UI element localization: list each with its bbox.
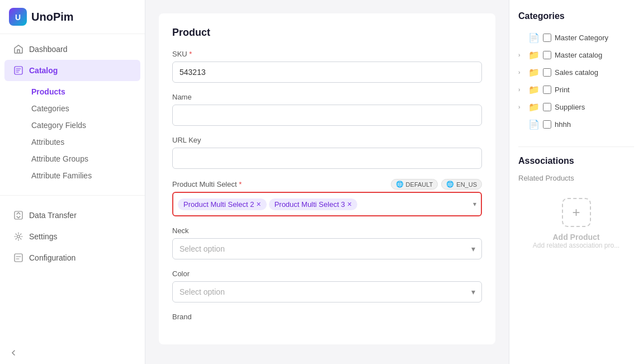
checkbox-master-category[interactable] <box>543 34 551 42</box>
sidebar-item-attribute-families[interactable]: Attribute Families <box>25 167 145 184</box>
tag-1-label: Product Multi Select 2 <box>183 200 254 209</box>
associations-title: Associations <box>518 156 634 166</box>
sidebar-item-category-fields[interactable]: Category Fields <box>25 117 145 134</box>
sub-nav-catalog: Products Categories Category Fields Attr… <box>0 81 145 186</box>
label-hhhh: hhhh <box>555 120 571 129</box>
checkbox-suppliers[interactable] <box>543 103 551 111</box>
category-item-suppliers[interactable]: › 📁 Suppliers <box>518 98 634 116</box>
nav-label-data-transfer: Data Transfer <box>29 211 77 220</box>
sidebar-item-attribute-groups[interactable]: Attribute Groups <box>25 150 145 167</box>
sidebar-item-attributes[interactable]: Attributes <box>25 134 145 150</box>
nav-label-catalog: Catalog <box>29 66 58 75</box>
name-label: Name <box>172 93 482 101</box>
nav-label-configuration: Configuration <box>29 253 75 262</box>
main-nav: Dashboard Catalog Products Categories Ca… <box>0 34 145 191</box>
sidebar-item-categories[interactable]: Categories <box>25 100 145 117</box>
right-panel: Categories › 📄 Master Category › 📁 Maste… <box>509 0 643 364</box>
nav-item-data-transfer[interactable]: Data Transfer <box>4 205 140 226</box>
nav-label-dashboard: Dashboard <box>29 45 68 54</box>
folder-icon-suppliers: 📁 <box>528 102 540 112</box>
chevron-master-catalog: › <box>518 52 525 58</box>
color-select[interactable]: Select option <box>172 281 482 302</box>
label-sales-catalog: Sales catalog <box>555 68 598 77</box>
folder-icon-master-catalog: 📁 <box>528 50 540 60</box>
main-content: Product SKU * Name URL Key <box>145 0 643 364</box>
multi-select-header: Product Multi Select * 🌐 DEFAULT 🌐 EN_US <box>172 179 482 190</box>
logo-area: U UnoPim <box>0 0 145 34</box>
url-key-group: URL Key <box>172 136 482 169</box>
color-group: Color Select option <box>172 270 482 302</box>
plus-icon: + <box>572 205 580 220</box>
tag-2-label: Product Multi Select 3 <box>275 200 345 209</box>
category-item-hhhh[interactable]: › 📄 hhhh <box>518 116 634 133</box>
tag-2-close[interactable]: × <box>347 200 352 208</box>
add-product-text: Add Product <box>553 233 600 242</box>
add-product-button[interactable]: + <box>562 198 591 227</box>
file-icon-master-category: 📄 <box>528 32 540 43</box>
categories-title: Categories <box>518 11 634 21</box>
sku-group: SKU * <box>172 50 482 83</box>
brand-group: Brand <box>172 313 482 321</box>
brand-label: Brand <box>172 313 482 321</box>
neck-select-wrapper: Select option <box>172 238 482 259</box>
sku-label: SKU * <box>172 50 482 58</box>
sidebar-item-products[interactable]: Products <box>25 83 145 100</box>
multi-select-field[interactable]: Product Multi Select 2 × Product Multi S… <box>172 192 482 216</box>
color-label: Color <box>172 270 482 278</box>
label-master-category: Master Category <box>555 34 608 42</box>
transfer-icon <box>13 210 23 220</box>
sku-input[interactable] <box>172 62 482 83</box>
label-suppliers: Suppliers <box>555 103 585 111</box>
app-name: UnoPim <box>31 11 74 23</box>
globe-icon: 🌐 <box>396 181 404 188</box>
multi-select-label: Product Multi Select * <box>172 180 242 188</box>
category-item-print[interactable]: › 📁 Print <box>518 81 634 98</box>
checkbox-sales-catalog[interactable] <box>543 68 551 77</box>
product-card: Product SKU * Name URL Key <box>159 13 495 344</box>
category-item-sales-catalog[interactable]: › 📁 Sales catalog <box>518 64 634 81</box>
nav-item-settings[interactable]: Settings <box>4 226 140 247</box>
checkbox-print[interactable] <box>543 86 551 94</box>
nav-item-catalog[interactable]: Catalog <box>4 60 140 81</box>
locale-badge: 🌐 EN_US <box>441 179 482 190</box>
neck-select[interactable]: Select option <box>172 238 482 259</box>
label-print: Print <box>555 86 570 94</box>
nav-item-configuration[interactable]: Configuration <box>4 247 140 268</box>
chevron-suppliers: › <box>518 104 525 110</box>
tag-2: Product Multi Select 3 × <box>269 198 358 210</box>
svg-rect-5 <box>15 254 22 262</box>
file-icon-hhhh: 📄 <box>528 119 540 130</box>
svg-text:U: U <box>15 13 21 22</box>
tag-1: Product Multi Select 2 × <box>178 198 267 210</box>
sidebar: U UnoPim Dashboard Catalog Produ <box>0 0 145 364</box>
checkbox-hhhh[interactable] <box>543 120 551 129</box>
other-nav: Data Transfer Settings Configuration <box>0 200 145 273</box>
chevron-sales-catalog: › <box>518 69 525 75</box>
multi-select-group: Product Multi Select * 🌐 DEFAULT 🌐 EN_US <box>172 179 482 216</box>
category-item-master-category[interactable]: › 📄 Master Category <box>518 29 634 46</box>
associations-section: Associations Related Products + Add Prod… <box>518 146 634 258</box>
multi-select-required: * <box>239 180 242 188</box>
tag-1-close[interactable]: × <box>256 200 261 208</box>
nav-item-dashboard[interactable]: Dashboard <box>4 39 140 60</box>
category-item-master-catalog[interactable]: › 📁 Master catalog <box>518 46 634 64</box>
tag-icon <box>13 65 23 75</box>
url-key-input[interactable] <box>172 148 482 169</box>
collapse-button[interactable] <box>0 342 145 364</box>
translate-icon: 🌐 <box>446 181 454 188</box>
multiselect-arrow-icon: ▾ <box>473 200 476 208</box>
category-list: › 📄 Master Category › 📁 Master catalog ›… <box>518 29 634 133</box>
neck-group: Neck Select option <box>172 226 482 259</box>
checkbox-master-catalog[interactable] <box>543 51 551 59</box>
url-key-label: URL Key <box>172 136 482 144</box>
label-master-catalog: Master catalog <box>555 51 602 59</box>
folder-icon-sales-catalog: 📁 <box>528 67 540 78</box>
config-icon <box>13 253 23 263</box>
logo-icon: U <box>9 8 27 26</box>
house-icon <box>13 44 23 54</box>
content-area: Product SKU * Name URL Key <box>145 0 509 364</box>
name-input[interactable] <box>172 105 482 126</box>
add-product-subtext: Add related association pro... <box>533 242 620 249</box>
related-products-label: Related Products <box>518 174 634 182</box>
default-badge: 🌐 DEFAULT <box>391 179 438 190</box>
